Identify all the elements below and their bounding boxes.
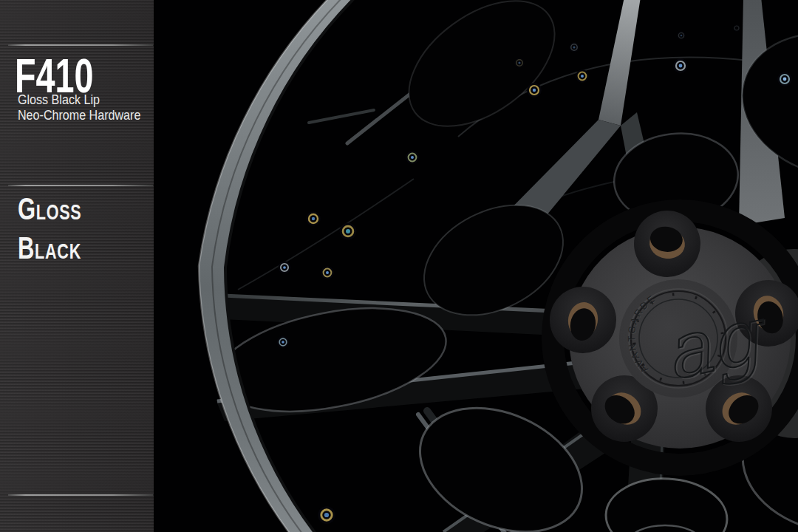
finish-line-gloss: GLOSS bbox=[18, 193, 82, 231]
hub-assembly: AVANTGARDE AVANTGARDE ag ag bbox=[550, 211, 798, 465]
spec-line-hardware: Neo-Chrome Hardware bbox=[18, 107, 140, 123]
divider-middle bbox=[8, 185, 153, 186]
finish-name: GLOSS BLACK bbox=[18, 193, 82, 270]
divider-bottom bbox=[8, 494, 153, 496]
spec-lines: Gloss Black Lip Neo-Chrome Hardware bbox=[18, 92, 140, 123]
product-card: AVANTGARDE AVANTGARDE ag ag F410 bbox=[0, 0, 798, 532]
finish-line-black: BLACK bbox=[18, 232, 82, 270]
spec-line-lip: Gloss Black Lip bbox=[18, 92, 140, 107]
info-panel: F410 Gloss Black Lip Neo-Chrome Hardware… bbox=[0, 0, 154, 532]
divider-top bbox=[8, 44, 153, 46]
